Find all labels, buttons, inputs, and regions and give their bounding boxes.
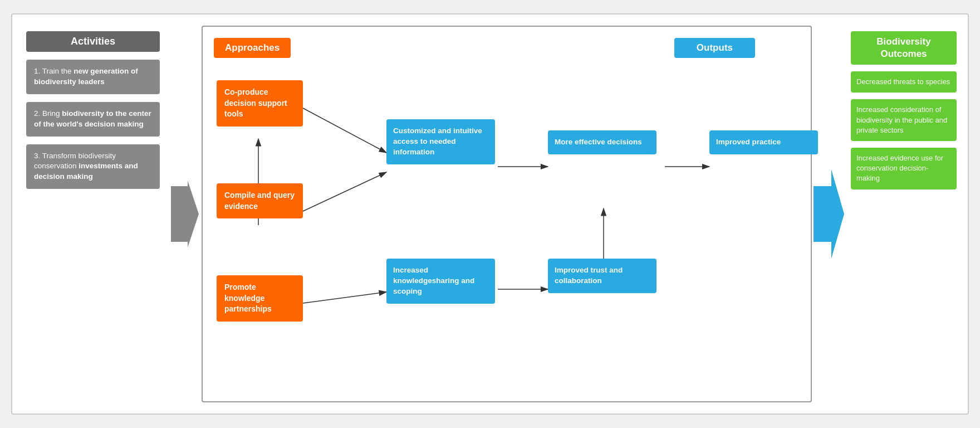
outcome-consideration: Increased consideration of biodiversity …	[851, 99, 957, 141]
outcome-evidence: Increased evidence use for conservation …	[851, 148, 957, 189]
main-headers: Approaches Outputs	[214, 38, 800, 58]
activities-header: Activities	[26, 31, 160, 52]
activities-panel: Activities 1. Train the new generation o…	[18, 26, 168, 402]
main-panel: Approaches Outputs	[202, 26, 812, 402]
flow-content: Co-produce decision support tools Compil…	[214, 75, 800, 390]
output-trust: Improved trust and collaboration	[548, 259, 656, 293]
svg-line-4	[303, 172, 386, 211]
activity-3: 3. Transform biodiversity conservation i…	[26, 144, 160, 189]
approaches-header: Approaches	[214, 38, 291, 58]
svg-marker-10	[814, 169, 844, 259]
blue-arrow	[812, 26, 845, 402]
svg-marker-0	[171, 181, 199, 247]
diagram-container: Activities 1. Train the new generation o…	[11, 13, 969, 415]
outcomes-header: Biodiversity Outcomes	[851, 31, 957, 65]
activity-2: 2. Bring biodiversity to the center of t…	[26, 102, 160, 137]
output-customized: Customized and intuitive access to neede…	[386, 119, 495, 164]
outputs-header: Outputs	[674, 38, 755, 58]
output-knowledge: Increased knowledgesharing and scoping	[386, 259, 495, 304]
activity-1: 1. Train the new generation of biodivers…	[26, 60, 160, 94]
gray-arrow	[168, 26, 202, 402]
approach-compile: Compile and query evidence	[217, 183, 303, 218]
approach-coproduce: Co-produce decision support tools	[217, 80, 303, 127]
approach-promote: Promote knowledge partnerships	[217, 275, 303, 322]
output-decisions: More effective decisions	[548, 130, 656, 154]
outcome-threats: Decreased threats to species	[851, 71, 957, 93]
outcomes-panel: Biodiversity Outcomes Decreased threats …	[845, 26, 962, 402]
output-improved: Improved practice	[709, 130, 818, 154]
svg-line-5	[303, 292, 386, 303]
svg-line-2	[303, 108, 386, 153]
